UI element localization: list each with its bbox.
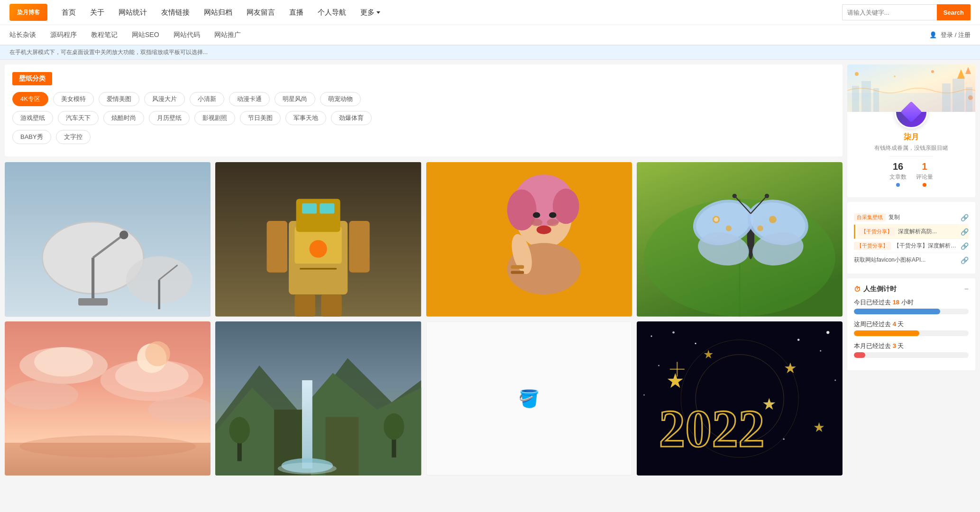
svg-point-51 bbox=[757, 225, 763, 231]
nav-home[interactable]: 首页 bbox=[62, 8, 76, 17]
search-input[interactable] bbox=[842, 4, 937, 20]
profile-desc: 有钱终成眷属，没钱亲眼目睹 bbox=[870, 144, 953, 152]
cat-tag-pet[interactable]: 萌宠动物 bbox=[320, 92, 361, 106]
grid-item-6: 🪣 bbox=[426, 321, 632, 476]
category-title: 壁纸分类 bbox=[12, 72, 52, 85]
links-panel: 自采集壁纸 复制 🔗 【干货分享】 深度解析高防... 🔗 【干货分享】 【干货… bbox=[854, 210, 969, 267]
cat-tag-girl[interactable]: 美女模特 bbox=[53, 92, 94, 106]
cat-tag-baby[interactable]: BABY秀 bbox=[12, 130, 51, 144]
stat-articles: 16 文章数 bbox=[889, 161, 907, 187]
nav-friends[interactable]: 友情链接 bbox=[161, 8, 190, 17]
nav-stats[interactable]: 网站统计 bbox=[119, 8, 147, 17]
countdown-header: ⏱ 人生倒计时 − bbox=[854, 285, 969, 293]
articles-label: 文章数 bbox=[889, 173, 907, 181]
comments-label: 评论量 bbox=[916, 173, 933, 181]
image-grid: 🪣 ★ ★ bbox=[5, 162, 843, 475]
content-area: 壁纸分类 4K专区 美女模特 爱情美图 风漫大片 小清新 动漫卡通 明星风尚 萌… bbox=[5, 64, 843, 475]
cat-tag-game[interactable]: 游戏壁纸 bbox=[12, 111, 53, 125]
svg-point-28 bbox=[531, 219, 542, 226]
svg-point-30 bbox=[536, 225, 551, 234]
nav-more-label: 更多 bbox=[360, 8, 375, 17]
sec-link-1[interactable]: 源码程序 bbox=[50, 31, 77, 39]
svg-rect-104 bbox=[852, 86, 859, 112]
nav-message[interactable]: 网友留言 bbox=[247, 8, 275, 17]
svg-rect-17 bbox=[267, 221, 287, 273]
user-icon: 👤 bbox=[929, 31, 937, 38]
svg-point-56 bbox=[765, 194, 769, 198]
cat-tag-cool[interactable]: 炫酷时尚 bbox=[103, 111, 144, 125]
svg-point-65 bbox=[145, 341, 170, 366]
countdown-value-2: 3 bbox=[893, 342, 896, 349]
login-button[interactable]: 👤 登录 / 注册 bbox=[929, 31, 971, 39]
svg-point-5 bbox=[119, 230, 128, 239]
link-tag-2: 【干货分享】 bbox=[854, 242, 891, 250]
link-tag-0: 自采集壁纸 bbox=[854, 213, 886, 221]
grid-item-3[interactable] bbox=[637, 162, 843, 317]
cat-tag-holiday[interactable]: 节日美图 bbox=[240, 111, 281, 125]
nav-archive[interactable]: 网站归档 bbox=[204, 8, 232, 17]
grid-item-1[interactable] bbox=[215, 162, 421, 317]
cat-tag-car[interactable]: 汽车天下 bbox=[58, 111, 99, 125]
cat-tag-text[interactable]: 文字控 bbox=[56, 130, 91, 144]
nav-personal[interactable]: 个人导航 bbox=[318, 8, 346, 17]
sec-link-2[interactable]: 教程笔记 bbox=[91, 31, 118, 39]
grid-item-5[interactable] bbox=[215, 321, 421, 476]
svg-point-84 bbox=[695, 343, 696, 344]
progress-bar-wrap-2 bbox=[854, 352, 969, 358]
top-nav: 染月博客 首页 关于 网站统计 友情链接 网站归档 网友留言 直播 个人导航 更… bbox=[0, 0, 980, 25]
cat-tag-cartoon[interactable]: 动漫卡通 bbox=[229, 92, 270, 106]
svg-point-50 bbox=[769, 216, 777, 223]
svg-rect-107 bbox=[942, 83, 951, 112]
cat-tag-love[interactable]: 爱情美图 bbox=[99, 92, 139, 106]
svg-point-83 bbox=[672, 331, 675, 334]
sec-link-3[interactable]: 网站SEO bbox=[132, 31, 159, 39]
cat-tag-anime[interactable]: 风漫大片 bbox=[144, 92, 185, 106]
link-item-3[interactable]: 获取网站favicon小图标API... 🔗 bbox=[854, 253, 969, 267]
sec-link-5[interactable]: 网站推广 bbox=[214, 31, 241, 39]
nav-about[interactable]: 关于 bbox=[90, 8, 104, 17]
logo[interactable]: 染月博客 bbox=[9, 4, 47, 21]
svg-point-62 bbox=[5, 380, 78, 410]
cat-tag-4k[interactable]: 4K专区 bbox=[12, 92, 48, 106]
countdown-collapse-button[interactable]: − bbox=[964, 285, 969, 293]
category-row-2: 游戏壁纸 汽车天下 炫酷时尚 月历壁纸 影视剧照 节日美图 军事天地 劲爆体育 bbox=[12, 111, 835, 125]
link-text-2: 【干货分享】深度解析高防... bbox=[894, 242, 961, 250]
grid-item-2[interactable] bbox=[426, 162, 632, 317]
link-tag-1: 【干货分享】 bbox=[858, 228, 895, 236]
svg-rect-15 bbox=[302, 203, 317, 214]
comments-dot bbox=[923, 183, 926, 187]
svg-text:★: ★ bbox=[813, 420, 825, 434]
nav-live[interactable]: 直播 bbox=[289, 8, 303, 17]
svg-point-31 bbox=[532, 212, 540, 218]
svg-point-54 bbox=[732, 194, 736, 198]
countdown-label-1: 这周已经过去 4 天 bbox=[854, 320, 969, 329]
link-chain-icon-2: 🔗 bbox=[961, 242, 969, 250]
sidebar-links-card: 自采集壁纸 复制 🔗 【干货分享】 深度解析高防... 🔗 【干货分享】 【干货… bbox=[847, 202, 975, 274]
link-item-0[interactable]: 自采集壁纸 复制 🔗 bbox=[854, 210, 969, 225]
svg-point-29 bbox=[547, 219, 559, 226]
svg-point-82 bbox=[650, 335, 652, 337]
sec-link-0[interactable]: 站长杂谈 bbox=[9, 31, 36, 39]
countdown-title: ⏱ 人生倒计时 bbox=[854, 285, 897, 293]
profile-name: 柒月 bbox=[904, 132, 919, 142]
svg-text:2022: 2022 bbox=[659, 399, 764, 457]
link-text-0: 复制 bbox=[888, 213, 961, 221]
articles-dot bbox=[896, 183, 900, 187]
cat-tag-sports[interactable]: 劲爆体育 bbox=[331, 111, 372, 125]
cat-tag-fresh[interactable]: 小清新 bbox=[190, 92, 224, 106]
cat-tag-movie[interactable]: 影视剧照 bbox=[194, 111, 235, 125]
nav-more[interactable]: 更多 bbox=[360, 8, 380, 17]
sec-link-4[interactable]: 网站代码 bbox=[174, 31, 200, 39]
cat-tag-calendar[interactable]: 月历壁纸 bbox=[149, 111, 190, 125]
grid-item-7[interactable]: ★ ★ ★ ★ ★ 2022 bbox=[637, 321, 843, 476]
cat-tag-star[interactable]: 明星风尚 bbox=[275, 92, 315, 106]
link-item-1[interactable]: 【干货分享】 深度解析高防... 🔗 bbox=[854, 225, 969, 239]
grid-item-4[interactable] bbox=[5, 321, 211, 476]
link-text-1: 深度解析高防... bbox=[898, 228, 961, 236]
svg-rect-108 bbox=[953, 79, 964, 112]
search-button[interactable]: Search bbox=[937, 4, 971, 20]
grid-item-0[interactable] bbox=[5, 162, 211, 317]
right-sidebar: 柒月 有钱终成眷属，没钱亲眼目睹 16 文章数 1 评论量 bbox=[847, 64, 975, 475]
cat-tag-military[interactable]: 军事天地 bbox=[285, 111, 326, 125]
link-item-2[interactable]: 【干货分享】 【干货分享】深度解析高防... 🔗 bbox=[854, 239, 969, 253]
